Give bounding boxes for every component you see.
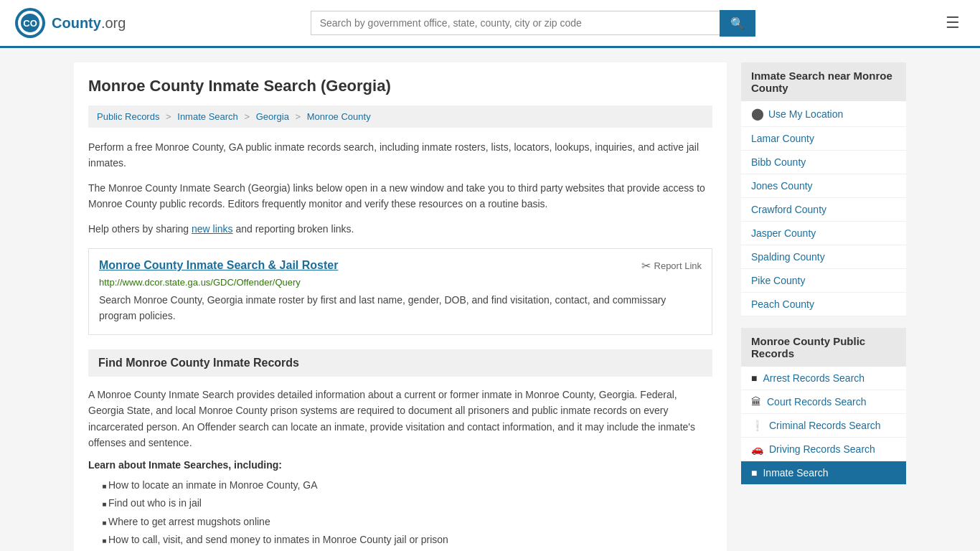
description-2: The Monroe County Inmate Search (Georgia… bbox=[88, 180, 712, 212]
report-label: Report Link bbox=[654, 260, 702, 271]
learn-label: Learn about Inmate Searches, including: bbox=[88, 459, 712, 471]
sidebar: Inmate Search near Monroe County ⬤ Use M… bbox=[741, 62, 906, 551]
menu-button[interactable]: ☰ bbox=[940, 11, 966, 35]
record-icon: ❕ bbox=[751, 420, 763, 431]
description-3: Help others by sharing new links and rep… bbox=[88, 221, 712, 237]
search-area: 🔍 bbox=[311, 10, 755, 37]
sidebar-item[interactable]: Bibb County bbox=[741, 151, 906, 174]
sidebar-nearby-section: Inmate Search near Monroe County ⬤ Use M… bbox=[741, 62, 906, 316]
report-link-button[interactable]: ✂ Report Link bbox=[641, 259, 702, 273]
record-link[interactable]: Court Records Search bbox=[767, 396, 867, 408]
sidebar-records-list: ■Arrest Records Search🏛Court Records Sea… bbox=[741, 367, 906, 485]
learn-list: How to locate an inmate in Monroe County… bbox=[108, 476, 712, 551]
sidebar-county-link[interactable]: Lamar County bbox=[751, 133, 814, 144]
sidebar-item[interactable]: Crawford County bbox=[741, 198, 906, 222]
list-item: How to call, visit, and send money to in… bbox=[108, 531, 712, 549]
link-card: Monroe County Inmate Search & Jail Roste… bbox=[88, 248, 712, 335]
scissors-icon: ✂ bbox=[641, 259, 651, 273]
sidebar-item[interactable]: Pike County bbox=[741, 269, 906, 293]
record-icon: ■ bbox=[751, 372, 757, 384]
link-description: Search Monroe County, Georgia inmate ros… bbox=[99, 292, 702, 324]
sidebar-county-link[interactable]: Jones County bbox=[751, 180, 813, 192]
location-pin-icon: ⬤ bbox=[751, 107, 764, 121]
sidebar-records-section: Monroe County Public Records ■Arrest Rec… bbox=[741, 328, 906, 485]
link-card-title[interactable]: Monroe County Inmate Search & Jail Roste… bbox=[99, 259, 338, 272]
sidebar-use-location[interactable]: ⬤ Use My Location bbox=[741, 101, 906, 127]
sidebar-county-link[interactable]: Crawford County bbox=[751, 204, 826, 215]
sidebar-county-link[interactable]: Peach County bbox=[751, 298, 814, 310]
sidebar-county-link[interactable]: Spalding County bbox=[751, 251, 825, 263]
sidebar-county-link[interactable]: Jasper County bbox=[751, 227, 816, 239]
search-input[interactable] bbox=[311, 11, 720, 35]
breadcrumb-monroe-county[interactable]: Monroe County bbox=[307, 111, 371, 122]
logo-area: CO County.org bbox=[14, 7, 126, 39]
logo-text: County.org bbox=[52, 15, 126, 32]
sidebar-nearby-counties: Lamar CountyBibb CountyJones CountyCrawf… bbox=[741, 127, 906, 316]
sidebar-records-item[interactable]: 🏛Court Records Search bbox=[741, 390, 906, 414]
list-item: How to locate an inmate in Monroe County… bbox=[108, 476, 712, 494]
find-section-header: Find Monroe County Inmate Records bbox=[88, 349, 712, 377]
record-link[interactable]: Arrest Records Search bbox=[763, 372, 864, 384]
sidebar-records-item[interactable]: 🚗Driving Records Search bbox=[741, 438, 906, 461]
sidebar-records-item[interactable]: ■Inmate Search bbox=[741, 461, 906, 485]
breadcrumb: Public Records > Inmate Search > Georgia… bbox=[88, 105, 712, 128]
sidebar-item[interactable]: Jasper County bbox=[741, 222, 906, 245]
sidebar-county-link[interactable]: Pike County bbox=[751, 275, 805, 286]
sidebar-item[interactable]: Lamar County bbox=[741, 127, 906, 151]
svg-text:CO: CO bbox=[23, 18, 37, 29]
new-links-link[interactable]: new links bbox=[192, 223, 233, 235]
breadcrumb-public-records[interactable]: Public Records bbox=[97, 111, 159, 122]
breadcrumb-georgia[interactable]: Georgia bbox=[256, 111, 289, 122]
record-link[interactable]: Criminal Records Search bbox=[769, 420, 881, 431]
sidebar-records-item[interactable]: ■Arrest Records Search bbox=[741, 367, 906, 390]
sidebar-item[interactable]: Peach County bbox=[741, 293, 906, 316]
sidebar-item[interactable]: Spalding County bbox=[741, 245, 906, 269]
sidebar-county-link[interactable]: Bibb County bbox=[751, 156, 806, 168]
record-icon: 🚗 bbox=[751, 443, 763, 455]
sidebar-records-header: Monroe County Public Records bbox=[741, 328, 906, 367]
logo-icon: CO bbox=[14, 7, 46, 39]
search-button[interactable]: 🔍 bbox=[720, 10, 755, 37]
record-link[interactable]: Inmate Search bbox=[763, 467, 828, 479]
description-1: Perform a free Monroe County, GA public … bbox=[88, 139, 712, 171]
sidebar-records-item[interactable]: ❕Criminal Records Search bbox=[741, 414, 906, 438]
page-title: Monroe County Inmate Search (Georgia) bbox=[88, 77, 712, 95]
record-icon: ■ bbox=[751, 467, 757, 479]
sidebar-nearby-header: Inmate Search near Monroe County bbox=[741, 62, 906, 101]
list-item: Where to get arrest mugshots online bbox=[108, 513, 712, 531]
sidebar-item[interactable]: Jones County bbox=[741, 174, 906, 198]
list-item: Find out who is in jail bbox=[108, 494, 712, 512]
record-icon: 🏛 bbox=[751, 396, 761, 408]
find-body-text: A Monroe County Inmate Search provides d… bbox=[88, 387, 712, 451]
breadcrumb-inmate-search[interactable]: Inmate Search bbox=[177, 111, 238, 122]
use-location-link[interactable]: Use My Location bbox=[768, 108, 843, 120]
link-url[interactable]: http://www.dcor.state.ga.us/GDC/Offender… bbox=[99, 277, 702, 288]
record-link[interactable]: Driving Records Search bbox=[769, 443, 875, 455]
